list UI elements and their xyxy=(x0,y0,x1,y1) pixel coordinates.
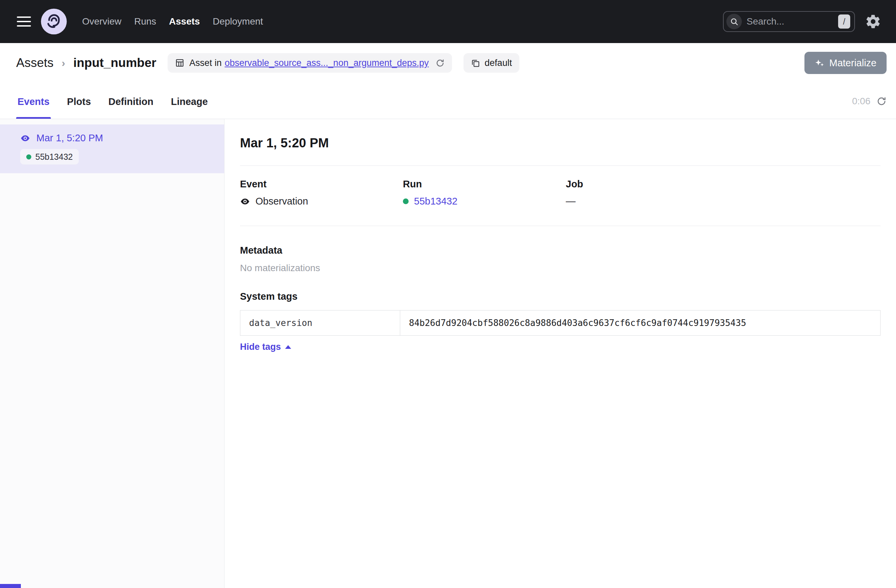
job-column: Job — xyxy=(566,179,881,207)
system-tags-heading: System tags xyxy=(240,291,881,302)
event-summary: Event Observation Run 55b13432 xyxy=(240,166,881,207)
tab-plots[interactable]: Plots xyxy=(66,96,92,119)
run-id-chip-label: 55b13432 xyxy=(35,152,73,162)
tabs: Events Plots Definition Lineage 0:06 xyxy=(16,96,887,119)
refresh-timer: 0:06 xyxy=(852,96,871,106)
event-column-label: Event xyxy=(240,179,403,190)
materialize-button[interactable]: Materialize xyxy=(805,52,887,74)
chevron-right-icon: › xyxy=(62,57,65,69)
hide-tags-label: Hide tags xyxy=(240,342,281,352)
tag-value-cell: 84b26d7d9204cbf588026c8a9886d403a6c9637c… xyxy=(400,310,880,335)
system-tags-table: data_version 84b26d7d9204cbf588026c8a988… xyxy=(240,310,881,336)
dagster-logo-icon[interactable] xyxy=(40,8,67,35)
repo-default-link[interactable]: default xyxy=(485,58,512,68)
asset-definition-pill: Asset in observable_source_ass..._non_ar… xyxy=(168,53,452,73)
eye-icon xyxy=(240,196,250,207)
tab-events[interactable]: Events xyxy=(16,96,51,119)
search-input[interactable] xyxy=(747,16,834,27)
event-detail-title: Mar 1, 5:20 PM xyxy=(240,135,881,151)
event-column: Event Observation xyxy=(240,179,403,207)
top-navbar: Overview Runs Assets Deployment / xyxy=(0,0,896,43)
reload-definition-icon[interactable] xyxy=(436,59,445,68)
breadcrumb: Assets › input_number Asset in observabl… xyxy=(16,51,887,75)
eye-icon xyxy=(20,133,30,143)
content-area: Mar 1, 5:20 PM 55b13432 Mar 1, 5:20 PM E… xyxy=(0,119,896,588)
nav-item-overview[interactable]: Overview xyxy=(82,16,122,27)
page-header: Assets › input_number Asset in observabl… xyxy=(0,43,896,119)
repo-pill: default xyxy=(463,53,520,73)
sparkle-icon xyxy=(815,58,824,68)
menu-icon[interactable] xyxy=(15,14,33,29)
nav-item-runs[interactable]: Runs xyxy=(134,16,156,27)
refresh-icon[interactable] xyxy=(876,96,887,106)
event-detail-panel: Mar 1, 5:20 PM Event Observation Run xyxy=(224,119,896,588)
run-status-dot xyxy=(403,199,408,204)
job-column-label: Job xyxy=(566,179,881,190)
asset-in-label: Asset in xyxy=(189,58,221,68)
tag-key-cell: data_version xyxy=(240,310,400,335)
page-title: input_number xyxy=(73,56,157,70)
repo-icon xyxy=(471,59,480,68)
events-sidebar: Mar 1, 5:20 PM 55b13432 xyxy=(0,119,224,588)
table-icon xyxy=(175,58,184,68)
tab-lineage[interactable]: Lineage xyxy=(170,96,209,119)
primary-nav: Overview Runs Assets Deployment xyxy=(82,16,263,27)
run-column-label: Run xyxy=(403,179,566,190)
breadcrumb-assets-link[interactable]: Assets xyxy=(16,56,53,70)
metadata-heading: Metadata xyxy=(240,245,881,256)
run-status-dot xyxy=(26,154,31,160)
nav-item-assets[interactable]: Assets xyxy=(169,16,200,27)
hide-tags-button[interactable]: Hide tags xyxy=(240,342,291,352)
asset-file-link[interactable]: observable_source_ass..._non_argument_de… xyxy=(224,58,428,68)
divider xyxy=(240,226,881,226)
metadata-empty-state: No materializations xyxy=(240,263,881,273)
gear-icon[interactable] xyxy=(865,14,881,30)
run-id-chip[interactable]: 55b13432 xyxy=(20,149,79,164)
caret-up-icon xyxy=(285,345,291,349)
search-box[interactable]: / xyxy=(723,11,855,32)
event-type-value: Observation xyxy=(256,196,308,207)
run-id-link[interactable]: 55b13432 xyxy=(414,196,457,207)
materialize-label: Materialize xyxy=(829,58,876,68)
search-shortcut-key: / xyxy=(838,14,850,29)
job-empty-value: — xyxy=(566,196,576,207)
run-column: Run 55b13432 xyxy=(403,179,566,207)
search-icon[interactable] xyxy=(726,14,742,29)
event-timestamp: Mar 1, 5:20 PM xyxy=(37,132,103,144)
event-list-item-selected[interactable]: Mar 1, 5:20 PM 55b13432 xyxy=(0,125,224,173)
tab-definition[interactable]: Definition xyxy=(107,96,155,119)
nav-item-deployment[interactable]: Deployment xyxy=(213,16,263,27)
bottom-left-accent-bar xyxy=(0,584,21,588)
